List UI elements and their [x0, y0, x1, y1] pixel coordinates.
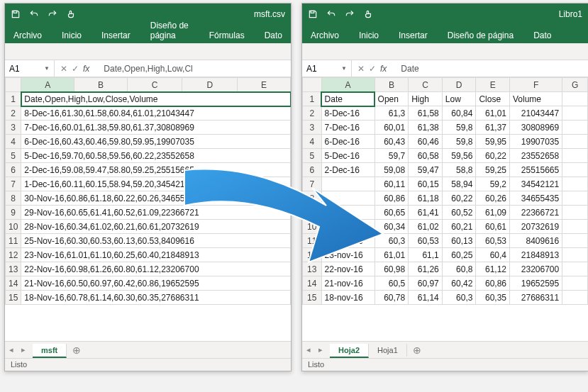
select-all[interactable] [303, 78, 322, 92]
cell[interactable]: 61,01 [476, 106, 510, 121]
save-icon[interactable] [11, 9, 21, 19]
cell[interactable]: 5-Dec-16 [321, 149, 375, 163]
row-header[interactable]: 15 [303, 291, 322, 305]
row-header[interactable]: 1 [303, 92, 322, 106]
row-header[interactable]: 7 [303, 177, 322, 191]
undo-icon[interactable] [29, 9, 39, 19]
row-header[interactable]: 12 [303, 248, 322, 262]
redo-icon[interactable] [345, 9, 355, 19]
cell[interactable]: 60,58 [409, 149, 443, 163]
cell[interactable]: 8-Dec-16 [321, 106, 375, 121]
row-header[interactable]: 2 [6, 106, 21, 121]
row-header[interactable]: 15 [6, 291, 21, 305]
row-header[interactable]: 7 [6, 177, 21, 191]
row-header[interactable]: 13 [303, 262, 322, 276]
col-header-E[interactable]: E [476, 78, 510, 92]
cell[interactable]: 60,53 [409, 234, 443, 248]
cell[interactable]: 27686311 [509, 291, 562, 305]
row-header[interactable]: 8 [303, 191, 322, 206]
row-header[interactable]: 1 [6, 92, 21, 106]
cell[interactable]: 60,26 [476, 191, 510, 206]
col-header-C[interactable]: C [409, 78, 443, 92]
chevron-down-icon[interactable]: ▼ [341, 65, 347, 72]
cell[interactable]: 60,52 [442, 206, 476, 220]
ribbon-tab-diseño de página[interactable]: Diseño de página [146, 18, 194, 43]
cell[interactable]: 21-Nov-16,60.50,60.97,60.42,60.86,196525… [21, 276, 291, 291]
cell[interactable]: 61,09 [476, 206, 510, 220]
row-header[interactable]: 10 [303, 220, 322, 234]
cell[interactable]: 60,46 [409, 135, 443, 149]
undo-icon[interactable] [326, 9, 336, 19]
cell[interactable]: 60,21 [442, 220, 476, 234]
row-header[interactable]: 3 [6, 121, 21, 135]
row-header[interactable]: 6 [6, 163, 21, 177]
cell[interactable]: 60,34 [375, 220, 409, 234]
cell[interactable]: 60,5 [375, 276, 409, 291]
cell[interactable]: 60,3 [442, 291, 476, 305]
touch-mode-icon[interactable] [363, 9, 373, 19]
col-header-A[interactable]: A [21, 78, 74, 92]
tab-nav-icon[interactable]: ◂ ▸ [302, 345, 330, 354]
cell[interactable]: 23206700 [509, 262, 562, 276]
cell[interactable]: 19652595 [509, 276, 562, 291]
row-header[interactable]: 8 [6, 191, 21, 206]
cell[interactable]: 25-nov-16 [321, 234, 375, 248]
cell[interactable] [562, 234, 588, 248]
col-header-G[interactable]: G [562, 78, 588, 92]
cell[interactable]: 60,25 [442, 248, 476, 262]
ribbon-tab-archivo[interactable]: Archivo [9, 28, 46, 43]
ribbon-tab-fórmulas[interactable]: Fórmulas [205, 28, 249, 43]
cell[interactable] [562, 276, 588, 291]
row-header[interactable]: 4 [6, 135, 21, 149]
cell[interactable]: 61,1 [409, 248, 443, 262]
cell[interactable]: 60,01 [375, 121, 409, 135]
cell[interactable] [321, 206, 375, 220]
chevron-down-icon[interactable]: ▼ [44, 65, 50, 72]
cell[interactable]: 25515665 [509, 163, 562, 177]
row-header[interactable]: 4 [303, 135, 322, 149]
ribbon-tab-insertar[interactable]: Insertar [97, 28, 135, 43]
col-header-D[interactable]: D [442, 78, 476, 92]
cell[interactable] [562, 220, 588, 234]
cell[interactable]: 8409616 [509, 234, 562, 248]
cell[interactable]: 60,98 [375, 262, 409, 276]
ribbon-tab-insertar[interactable]: Insertar [394, 28, 432, 43]
cell[interactable]: 60,78 [375, 291, 409, 305]
cell[interactable]: 60,35 [476, 291, 510, 305]
cell[interactable]: 25-Nov-16,60.30,60.53,60.13,60.53,840961… [21, 234, 291, 248]
cell[interactable]: 59,8 [442, 135, 476, 149]
cell[interactable]: 30808969 [509, 121, 562, 135]
cell[interactable]: 6-Dec-16 [321, 135, 375, 149]
sheet-tab-hoja2[interactable]: Hoja2 [330, 344, 369, 358]
redo-icon[interactable] [48, 9, 57, 19]
cancel-icon[interactable]: ✕ [357, 64, 365, 74]
sheet-tab-hoja1[interactable]: Hoja1 [369, 344, 407, 357]
cell[interactable]: 28-Nov-16,60.34,61.02,60.21,60.61,207326… [21, 220, 291, 234]
cell[interactable]: 60,3 [375, 234, 409, 248]
row-header[interactable]: 5 [303, 149, 322, 163]
formula-input[interactable]: Date,Open,High,Low,Cl [99, 64, 291, 74]
tab-nav-icon[interactable]: ◂ ▸ [5, 345, 33, 354]
formula-input[interactable]: Date [396, 64, 588, 74]
cell[interactable] [321, 177, 375, 191]
cell[interactable]: 61,3 [375, 106, 409, 121]
col-header-B[interactable]: B [375, 78, 409, 92]
cell[interactable]: 60,13 [442, 234, 476, 248]
cell[interactable]: 59,08 [375, 163, 409, 177]
ribbon-tab-inicio[interactable]: Inicio [355, 28, 383, 43]
cell[interactable]: Low [442, 92, 476, 106]
ribbon-tab-diseño de página[interactable]: Diseño de página [443, 28, 518, 43]
cell[interactable]: 60,65 [375, 206, 409, 220]
cell[interactable]: 22366721 [509, 206, 562, 220]
cell[interactable]: Date [321, 92, 375, 106]
cell[interactable]: 58,94 [442, 177, 476, 191]
cell[interactable]: High [409, 92, 443, 106]
row-header[interactable]: 13 [6, 262, 21, 276]
row-header[interactable]: 2 [303, 106, 322, 121]
cell[interactable]: 59,47 [409, 163, 443, 177]
cell[interactable]: 61,41 [409, 206, 443, 220]
ribbon-tab-dato[interactable]: Dato [260, 28, 287, 43]
cell[interactable]: 60,53 [476, 234, 510, 248]
fx-icon[interactable]: fx [380, 64, 391, 74]
cell[interactable]: 34655435 [509, 191, 562, 206]
